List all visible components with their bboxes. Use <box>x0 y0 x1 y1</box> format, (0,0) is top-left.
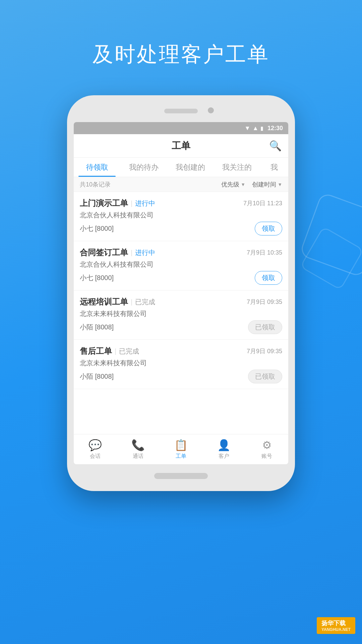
claim-button-2[interactable]: 领取 <box>255 271 282 285</box>
tab-my-pending[interactable]: 我的待办 <box>120 158 167 177</box>
wo-title-2: 合同签订工单 <box>80 247 128 258</box>
wo-datetime-3: 7月9日 09:35 <box>247 298 282 306</box>
nav-customer-label: 客户 <box>219 453 229 460</box>
call-icon: 📞 <box>131 439 145 451</box>
tab-pending-claim[interactable]: 待领取 <box>74 158 120 177</box>
wo-company-3: 北京未来科技有限公司 <box>80 309 282 318</box>
wo-company-4: 北京未来科技有限公司 <box>80 359 282 368</box>
tab-my-created[interactable]: 我创建的 <box>167 158 214 177</box>
page-title: 及时处理客户工单 <box>93 40 269 68</box>
search-icon[interactable]: 🔍 <box>269 140 282 152</box>
status-bar: ▼ ▲ ▮ 12:30 <box>74 122 288 134</box>
phone-speaker <box>164 109 198 113</box>
wo-datetime-2: 7月9日 10:35 <box>247 249 282 257</box>
claim-button-1[interactable]: 领取 <box>255 222 282 235</box>
table-row: 远程培训工单 | 已完成 7月9日 09:35 北京未来科技有限公司 小陌 [8… <box>74 290 288 340</box>
table-row: 售后工单 | 已完成 7月9日 09:35 北京未来科技有限公司 小陌 [800… <box>74 340 288 389</box>
wo-company-1: 北京合伙人科技有限公司 <box>80 211 282 220</box>
phone-top-bar <box>74 102 288 122</box>
nav-call-label: 通话 <box>133 453 143 460</box>
nav-customer[interactable]: 👤 客户 <box>202 434 245 464</box>
wo-status-4: 已完成 <box>119 347 139 356</box>
claimed-button-3: 已领取 <box>248 320 282 334</box>
nav-account-label: 账号 <box>261 453 272 460</box>
watermark: 扬华下载 YANGHUA.NET <box>317 617 355 634</box>
filter-bar: 共10条记录 优先级 ▼ 创建时间 ▼ <box>74 177 288 192</box>
signal-icon: ▲ <box>252 125 258 132</box>
phone-frame: ▼ ▲ ▮ 12:30 工单 🔍 待领取 我的待办 我创建的 我关注的 <box>67 95 295 491</box>
status-time: 12:30 <box>267 125 283 132</box>
wo-person-1: 小七 [8000] <box>80 224 114 233</box>
wo-status-1: 进行中 <box>135 199 155 208</box>
home-indicator <box>154 473 208 479</box>
nav-workorder[interactable]: 📋 工单 <box>160 434 202 464</box>
priority-arrow-icon: ▼ <box>241 182 245 187</box>
app-title: 工单 <box>172 140 190 152</box>
time-filter[interactable]: 创建时间 ▼ <box>252 180 282 189</box>
wifi-icon: ▼ <box>244 125 250 132</box>
customer-icon: 👤 <box>217 439 231 451</box>
nav-chat-label: 会话 <box>90 453 101 460</box>
wo-datetime-1: 7月10日 11:23 <box>243 199 282 207</box>
wo-person-3: 小陌 [8008] <box>80 323 114 332</box>
wo-title-1: 上门演示工单 <box>80 198 128 209</box>
phone-bottom <box>74 464 288 484</box>
tab-my-followed[interactable]: 我关注的 <box>214 158 260 177</box>
battery-icon: ▮ <box>260 125 263 131</box>
time-arrow-icon: ▼ <box>278 182 282 187</box>
wo-status-3: 已完成 <box>135 298 155 307</box>
app-header: 工单 🔍 <box>74 134 288 158</box>
bottom-nav: 💬 会话 📞 通话 📋 工单 👤 客户 ⚙ 账号 <box>74 434 288 464</box>
nav-call[interactable]: 📞 通话 <box>117 434 160 464</box>
nav-account[interactable]: ⚙ 账号 <box>245 434 288 464</box>
workorder-icon: 📋 <box>174 439 188 451</box>
account-icon: ⚙ <box>262 439 272 451</box>
record-count: 共10条记录 <box>80 180 215 189</box>
priority-filter[interactable]: 优先级 ▼ <box>221 180 245 189</box>
phone-screen: ▼ ▲ ▮ 12:30 工单 🔍 待领取 我的待办 我创建的 我关注的 <box>74 122 288 464</box>
wo-company-2: 北京合伙人科技有限公司 <box>80 260 282 269</box>
tabs-bar: 待领取 我的待办 我创建的 我关注的 我 <box>74 158 288 177</box>
chat-icon: 💬 <box>88 439 102 451</box>
wo-datetime-4: 7月9日 09:35 <box>247 347 282 355</box>
wo-title-3: 远程培训工单 <box>80 297 128 307</box>
table-row: 合同签订工单 | 进行中 7月9日 10:35 北京合伙人科技有限公司 小七 [… <box>74 241 288 290</box>
wo-status-2: 进行中 <box>135 248 155 257</box>
work-order-list: 上门演示工单 | 进行中 7月10日 11:23 北京合伙人科技有限公司 小七 … <box>74 192 288 434</box>
wo-title-4: 售后工单 <box>80 346 112 357</box>
claimed-button-4: 已领取 <box>248 370 282 383</box>
wo-person-2: 小七 [8000] <box>80 273 114 282</box>
wo-person-4: 小陌 [8008] <box>80 372 114 381</box>
nav-chat[interactable]: 💬 会话 <box>74 434 117 464</box>
tab-more[interactable]: 我 <box>260 158 288 177</box>
phone-camera <box>208 107 214 113</box>
table-row: 上门演示工单 | 进行中 7月10日 11:23 北京合伙人科技有限公司 小七 … <box>74 192 288 241</box>
nav-workorder-label: 工单 <box>176 453 186 460</box>
